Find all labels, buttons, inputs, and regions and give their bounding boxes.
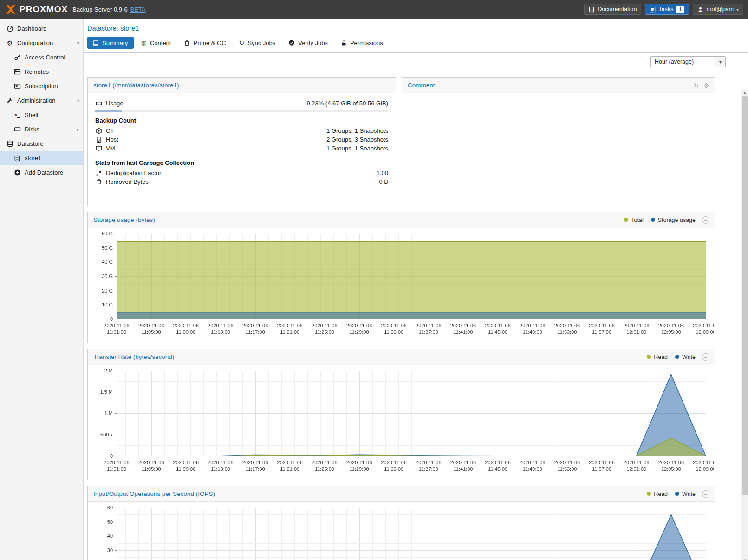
panel-title: Storage usage (bytes) xyxy=(93,216,155,223)
tab-summary[interactable]: Summary xyxy=(87,37,134,49)
sidebar-item-label: Access Control xyxy=(25,54,79,61)
ct-row: CT 1 Groups, 1 Snapshots xyxy=(95,126,388,135)
gear-icon[interactable]: ⚙ xyxy=(703,82,709,89)
backup-count-title: Backup Count xyxy=(95,117,388,124)
tab-label: Content xyxy=(150,39,171,46)
panel-title: Transfer Rate (bytes/second) xyxy=(93,353,174,360)
database-icon xyxy=(6,140,13,147)
chevron-down-icon: ▾ xyxy=(77,40,79,46)
host-row: Host 2 Groups, 3 Snapshots xyxy=(95,135,388,144)
monitor-icon xyxy=(95,145,103,152)
check-circle-icon xyxy=(288,39,295,46)
chevron-down-icon: ▾ xyxy=(715,57,725,67)
user-menu-button[interactable]: root@pam ▾ xyxy=(693,4,743,15)
tab-label: Sync Jobs xyxy=(247,39,275,46)
sidebar-item-label: Dashboard xyxy=(17,25,79,32)
legend-label: Read xyxy=(654,354,668,360)
tasks-button[interactable]: Tasks 1 xyxy=(645,4,689,15)
brand-text: PROXMOX xyxy=(20,4,68,14)
storage-usage-panel: Storage usage (bytes) Total Storage usag… xyxy=(87,212,715,343)
usage-label: Usage xyxy=(106,100,124,107)
legend-write[interactable]: Write xyxy=(675,491,696,497)
collapse-icon[interactable]: − xyxy=(702,353,709,361)
tab-verify-jobs[interactable]: Verify Jobs xyxy=(283,37,333,49)
unlock-icon xyxy=(341,40,347,46)
iops-chart xyxy=(89,503,714,560)
comment-body[interactable] xyxy=(402,93,715,206)
timeframe-select[interactable]: Hour (average) ▾ xyxy=(650,56,726,67)
sidebar-item-dashboard[interactable]: Dashboard xyxy=(0,21,83,36)
removed-bytes-value: 0 B xyxy=(379,178,388,185)
sidebar-item-label: Configuration xyxy=(17,39,77,46)
page-title: Datastore: store1 xyxy=(87,25,139,32)
tab-content[interactable]: ▦ Content xyxy=(136,37,177,49)
vm-value: 1 Groups, 1 Snapshots xyxy=(326,145,388,152)
legend-read[interactable]: Read xyxy=(647,354,668,360)
sidebar-item-store1[interactable]: store1 xyxy=(0,151,83,165)
legend-dot xyxy=(624,218,628,222)
tab-sync-jobs[interactable]: ↻ Sync Jobs xyxy=(234,37,281,49)
legend-storage-usage[interactable]: Storage usage xyxy=(651,217,696,223)
card-icon xyxy=(13,83,21,90)
usage-row: Usage 9.23% (4.67 GiB of 50.56 GiB) xyxy=(95,99,388,108)
collapse-icon[interactable]: − xyxy=(702,490,709,498)
trash-icon xyxy=(95,179,103,185)
usage-progress-bar xyxy=(95,110,388,112)
tab-permissions[interactable]: Permissions xyxy=(335,37,389,49)
sidebar-item-label: Datastore xyxy=(17,140,79,147)
sidebar-item-label: Shell xyxy=(25,111,79,118)
sidebar-item-access-control[interactable]: Access Control xyxy=(0,50,83,65)
panel-title: Comment xyxy=(408,82,435,89)
chart-toolbar: Hour (average) ▾ xyxy=(84,53,748,71)
legend-label: Total xyxy=(631,217,643,223)
gear-icon: ⚙ xyxy=(6,39,13,47)
tab-prune-gc[interactable]: Prune & GC xyxy=(178,37,231,49)
timeframe-value: Hour (average) xyxy=(651,59,715,65)
sidebar-item-configuration[interactable]: ⚙ Configuration ▾ xyxy=(0,36,83,50)
collapse-icon[interactable]: − xyxy=(702,216,709,224)
chevron-down-icon: ▾ xyxy=(736,7,739,12)
tasks-label: Tasks xyxy=(658,6,673,13)
sidebar-item-label: Disks xyxy=(25,126,77,133)
panel-title: Input/Output Operations per Second (IOPS… xyxy=(93,490,215,497)
legend-dot xyxy=(675,492,679,496)
tab-label: Permissions xyxy=(350,39,383,46)
dedup-value: 1.00 xyxy=(377,169,388,176)
legend-label: Read xyxy=(654,491,668,497)
chevron-down-icon: ▾ xyxy=(77,98,79,103)
scroll-down-arrow[interactable]: ▼ xyxy=(741,557,748,560)
plus-circle-icon xyxy=(13,169,21,176)
sidebar-item-remotes[interactable]: Remotes xyxy=(0,65,83,79)
sidebar-item-shell[interactable]: >_ Shell xyxy=(0,108,83,122)
vertical-scrollbar[interactable]: ▲ ▼ xyxy=(741,89,748,560)
product-version: Backup Server 0.9-6 xyxy=(72,6,128,13)
sidebar-item-label: Subscription xyxy=(25,83,79,90)
legend-write[interactable]: Write xyxy=(675,354,696,360)
sidebar-item-subscription[interactable]: Subscription xyxy=(0,79,83,93)
tab-label: Verify Jobs xyxy=(298,39,328,46)
sidebar-item-administration[interactable]: Administration ▾ xyxy=(0,93,83,108)
beta-link[interactable]: BETA xyxy=(130,6,146,13)
legend-dot xyxy=(647,355,651,359)
legend-total[interactable]: Total xyxy=(624,217,643,223)
sidebar-item-disks[interactable]: Disks ▸ xyxy=(0,122,83,137)
transfer-rate-chart xyxy=(89,366,714,477)
iops-panel: Input/Output Operations per Second (IOPS… xyxy=(87,486,715,560)
legend-read[interactable]: Read xyxy=(647,491,668,497)
comment-panel: Comment ↻ ⚙ xyxy=(402,77,715,206)
cube-icon xyxy=(95,128,103,134)
sidebar-item-label: Administration xyxy=(17,97,77,104)
documentation-button[interactable]: Documentation xyxy=(584,4,641,15)
scrollbar-thumb[interactable] xyxy=(742,96,748,495)
sidebar-item-datastore[interactable]: Datastore xyxy=(0,137,83,151)
compress-arrows-icon xyxy=(95,170,103,176)
book-icon xyxy=(93,40,99,46)
ct-value: 1 Groups, 1 Snapshots xyxy=(326,127,388,134)
refresh-icon[interactable]: ↻ xyxy=(694,82,699,89)
sidebar-item-add-datastore[interactable]: Add Datastore xyxy=(0,165,83,180)
chevron-right-icon: ▸ xyxy=(77,127,79,132)
grid-icon: ▦ xyxy=(141,39,147,46)
removed-bytes-row: Removed Bytes 0 B xyxy=(95,177,388,186)
tasks-count-badge: 1 xyxy=(676,6,684,13)
scroll-up-arrow[interactable]: ▲ xyxy=(741,89,748,96)
